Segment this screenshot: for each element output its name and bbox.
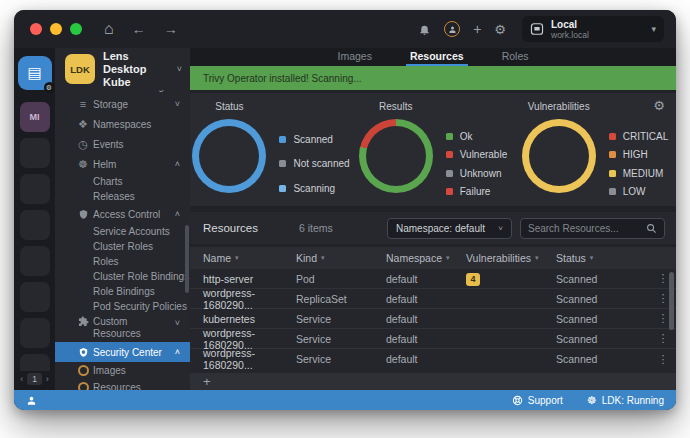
sidebar-item-service-accounts[interactable]: Service Accounts — [55, 224, 190, 239]
namespace-select[interactable]: Namespace: default ˅ — [387, 218, 512, 239]
cluster-selector[interactable]: Local work.local ▾ — [522, 16, 664, 42]
legend-item-not-scanned: Not scanned — [279, 158, 349, 169]
cell-name: http-server — [190, 273, 296, 285]
sidebar-item-roles[interactable]: Roles — [55, 254, 190, 269]
cell-status: Scanned — [556, 353, 650, 365]
sidebar-item-role-bindings[interactable]: Role Bindings — [55, 284, 190, 299]
table-row-wordpress-1680290[interactable]: wordpress-1680290...ReplicaSetdefaultSca… — [190, 289, 676, 309]
home-icon[interactable]: ⌂ — [104, 20, 114, 38]
legend-item-low: LOW — [609, 186, 669, 197]
dashboard-settings-gear-icon[interactable]: ⚙ — [653, 99, 665, 112]
cluster-status-label: LDK: Running — [602, 395, 664, 406]
table-row-wordpress-1680290[interactable]: wordpress-1680290...ServicedefaultScanne… — [190, 349, 676, 369]
search-icon[interactable] — [646, 223, 657, 234]
cluster-selector-name: Local — [551, 19, 589, 30]
sidebar-item-resources[interactable]: Resources — [55, 379, 190, 390]
support-button[interactable]: Support — [512, 395, 563, 406]
table-scrollbar[interactable] — [669, 272, 674, 330]
ring-icon — [75, 382, 91, 390]
search-box — [520, 218, 665, 239]
access-control-icon — [75, 209, 91, 220]
legend-swatch — [609, 188, 616, 195]
rail-placeholder — [20, 174, 50, 204]
legend-item-medium: MEDIUM — [609, 168, 669, 179]
column-header-namespace[interactable]: Namespace▾ — [386, 252, 466, 264]
ring-icon — [75, 365, 91, 376]
column-header-status[interactable]: Status▾ — [556, 252, 650, 264]
legend-label: Unknown — [460, 168, 502, 179]
traffic-lights — [14, 23, 82, 35]
catalog-button[interactable]: ▤ ⚙ — [18, 56, 52, 90]
column-label: Namespace — [386, 252, 442, 264]
rail-placeholder — [20, 138, 50, 168]
zoom-button[interactable] — [70, 23, 82, 35]
cell-status: Scanned — [556, 333, 650, 345]
cluster-header[interactable]: LDK Lens Desktop Kube ˅ — [55, 48, 190, 90]
column-header-name[interactable]: Name▾ — [190, 252, 296, 264]
search-input[interactable] — [528, 223, 646, 234]
sidebar-item-security-center[interactable]: Security Center˄ — [55, 342, 190, 362]
legend-swatch — [609, 151, 616, 158]
cell-status: Scanned — [556, 313, 650, 325]
legend-label: Scanning — [293, 183, 335, 194]
sidebar-item-label: Resources — [93, 382, 141, 390]
cell-vulnerabilities: 4 — [466, 272, 556, 286]
add-resource-button[interactable]: + — [203, 374, 211, 389]
sidebar-item-label: Custom Resources — [93, 316, 155, 340]
titlebar: ⌂ ← → + ⚙ Local work.local ▾ — [14, 10, 676, 48]
sidebar-item-label: Images — [93, 365, 126, 376]
sidebar-item-pod-security-policies[interactable]: Pod Security Policies — [55, 299, 190, 314]
support-lifebuoy-icon — [512, 395, 523, 406]
sidebar-item-access-control[interactable]: Access Control˄ — [55, 204, 190, 224]
sidebar-item-custom-resources[interactable]: Custom Resources˅ — [55, 314, 190, 342]
tab-images[interactable]: Images — [334, 48, 376, 66]
tab-resources[interactable]: Resources — [406, 48, 468, 66]
sidebar-item-cluster-roles[interactable]: Cluster Roles — [55, 239, 190, 254]
sidebar-item-helm[interactable]: ☸Helm˄ — [55, 154, 190, 174]
sidebar-item-images[interactable]: Images — [55, 362, 190, 379]
resources-table-header: Name▾Kind▾Namespace▾Vulnerabilities▾Stat… — [190, 247, 676, 269]
chevron-up-icon: ˄ — [175, 347, 180, 357]
row-menu-kebab-icon[interactable]: ⋮ — [658, 273, 669, 284]
sidebar-item-releases[interactable]: Releases — [55, 189, 190, 204]
column-header-kind[interactable]: Kind▾ — [296, 252, 386, 264]
cell-name: wordpress-1680290... — [190, 287, 296, 311]
content-area: ImagesResourcesRoles Trivy Operator inst… — [190, 48, 676, 390]
sidebar-item-charts[interactable]: Charts — [55, 174, 190, 189]
tab-roles[interactable]: Roles — [498, 48, 533, 66]
row-menu-kebab-icon[interactable]: ⋮ — [658, 313, 669, 324]
row-menu-kebab-icon[interactable]: ⋮ — [658, 333, 669, 344]
sidebar-scrollbar[interactable] — [185, 225, 189, 293]
column-header-vulnerabilities[interactable]: Vulnerabilities▾ — [466, 252, 556, 264]
sidebar-item-events[interactable]: ◷Events — [55, 134, 190, 154]
user-status-icon[interactable] — [26, 395, 37, 406]
legend-label: MEDIUM — [623, 168, 664, 179]
cluster-selector-detail: work.local — [551, 30, 589, 40]
table-row-wordpress-1680290[interactable]: wordpress-1680290...ServicedefaultScanne… — [190, 329, 676, 349]
cluster-status[interactable]: ☸ LDK: Running — [587, 394, 664, 407]
pager-prev-icon[interactable]: ‹ — [20, 374, 23, 384]
back-icon[interactable]: ← — [132, 21, 146, 37]
legend-label: Ok — [460, 131, 473, 142]
cluster-badge: LDK — [65, 54, 95, 84]
add-cluster-icon[interactable]: + — [473, 21, 481, 37]
minimize-button[interactable] — [50, 23, 62, 35]
row-menu-kebab-icon[interactable]: ⋮ — [658, 354, 669, 365]
close-button[interactable] — [30, 23, 42, 35]
forward-icon[interactable]: → — [164, 21, 178, 37]
sidebar-item-storage[interactable]: ≡Storage˅ — [55, 94, 190, 114]
sidebar-item-label: Helm — [93, 159, 116, 170]
legend-item-high: HIGH — [609, 149, 669, 160]
sidebar-item-label: Roles — [93, 256, 119, 267]
notifications-bell-icon[interactable] — [418, 23, 431, 36]
cell-status: Scanned — [556, 293, 650, 305]
pager-next-icon[interactable]: › — [46, 374, 49, 384]
sidebar-item-namespaces[interactable]: ❖Namespaces — [55, 114, 190, 134]
workspace-mi-button[interactable]: MI — [20, 102, 50, 132]
sidebar-item-cluster-role-bindings[interactable]: Cluster Role Bindings — [55, 269, 190, 284]
legend-swatch — [446, 151, 453, 158]
cell-namespace: default — [386, 293, 466, 305]
user-avatar[interactable] — [444, 21, 460, 37]
settings-gear-icon[interactable]: ⚙ — [494, 22, 506, 37]
row-menu-kebab-icon[interactable]: ⋮ — [658, 293, 669, 304]
